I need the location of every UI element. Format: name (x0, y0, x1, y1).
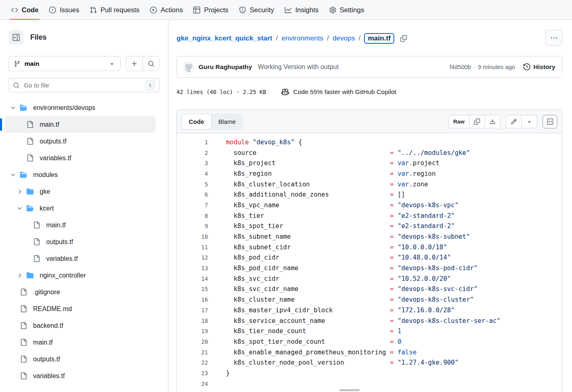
edit-dropdown-button[interactable] (521, 115, 537, 128)
files-sidebar: Files main Go to file t environm (0, 20, 168, 392)
line-number[interactable]: 9 (177, 223, 208, 229)
line-number[interactable]: 17 (177, 307, 208, 314)
code-token: "10.48.0.0/14" (398, 254, 451, 261)
line-number[interactable]: 6 (177, 191, 208, 198)
file-icon (33, 238, 40, 245)
line-number[interactable]: 5 (177, 181, 208, 188)
line-number[interactable]: 23 (177, 370, 208, 376)
line-number[interactable]: 16 (177, 296, 208, 303)
copilot-banner[interactable]: Code 55% faster with GitHub Copilot (282, 88, 396, 96)
nav-item-settings[interactable]: Settings (324, 0, 370, 20)
line-content: k8s_cluster_location = var.zone (226, 181, 428, 188)
code-line: 7 k8s_vpc_name = "devops-k8s-vpc" (177, 200, 562, 211)
tab-blame[interactable]: Blame (212, 114, 243, 130)
code-token: "172.16.0.0/28" (398, 307, 455, 314)
breadcrumb-current-file[interactable]: main.tf (364, 33, 394, 44)
tab-code[interactable]: Code (181, 114, 212, 130)
commit-sha[interactable]: f4d500b (449, 64, 471, 70)
line-number[interactable]: 3 (177, 160, 208, 166)
nav-item-pull-requests[interactable]: Pull requests (85, 0, 145, 20)
breadcrumb-link-environments[interactable]: environments (282, 34, 323, 43)
tree-item-outputs-tf[interactable]: outputs.tf (5, 133, 156, 150)
nav-item-insights[interactable]: Insights (279, 0, 324, 20)
line-number[interactable]: 2 (177, 150, 208, 156)
nav-item-issues[interactable]: Issues (44, 0, 85, 20)
tree-item-kcert[interactable]: kcert (5, 200, 156, 217)
tree-item-readme-md[interactable]: README.md (5, 300, 156, 317)
history-link[interactable]: History (523, 63, 555, 71)
avatar[interactable] (183, 62, 194, 72)
breadcrumb-repo-link[interactable]: gke_nginx_kcert_quick_start (177, 34, 272, 43)
collapse-sidebar-button[interactable] (9, 30, 23, 45)
line-number[interactable]: 19 (177, 328, 208, 334)
line-number[interactable]: 8 (177, 213, 208, 219)
line-number[interactable]: 15 (177, 286, 208, 292)
nav-item-security[interactable]: Security (234, 0, 279, 20)
nav-item-actions[interactable]: Actions (145, 0, 188, 20)
add-file-button[interactable] (126, 56, 143, 71)
line-number[interactable]: 18 (177, 318, 208, 324)
line-number[interactable]: 13 (177, 265, 208, 271)
branch-selector[interactable]: main (9, 56, 121, 71)
go-to-file-input[interactable]: Go to file t (9, 78, 159, 92)
tree-item--gitignore[interactable]: .gitignore (5, 284, 156, 300)
tree-item-backend-tf[interactable]: backend.tf (5, 317, 156, 334)
line-number[interactable]: 21 (177, 349, 208, 356)
code-line: 4 k8s_region = var.region (177, 168, 562, 179)
code-token: = (390, 275, 398, 282)
code-token: k8s_svc_cidr_name (226, 285, 390, 293)
more-options-button[interactable] (545, 30, 562, 46)
tree-item-main-tf[interactable]: main.tf (5, 334, 156, 351)
edit-button[interactable] (506, 115, 521, 128)
line-number[interactable]: 11 (177, 244, 208, 251)
search-this-repo-button[interactable] (143, 56, 159, 71)
code-token: 0 (398, 338, 401, 345)
tree-item-outputs-tf[interactable]: outputs.tf (5, 351, 156, 367)
tree-item-variables-tf[interactable]: variables.tf (5, 150, 156, 166)
code-token: . (409, 181, 413, 188)
file-icon (20, 339, 27, 346)
line-number[interactable]: 10 (177, 233, 208, 240)
tree-item-outputs-tf[interactable]: outputs.tf (5, 233, 156, 250)
line-content: k8s_pod_cidr_name = "devops-k8s-pod-cidr… (226, 264, 478, 272)
line-number[interactable]: 20 (177, 338, 208, 345)
tree-item-environments-devops[interactable]: environments/devops (5, 99, 156, 116)
tree-item-main-tf[interactable]: main.tf (5, 116, 156, 133)
raw-button[interactable]: Raw (449, 115, 469, 128)
copy-path-button[interactable] (399, 34, 409, 43)
code-line: 21 k8s_enable_managed_prometheus_monitor… (177, 347, 562, 358)
tree-item-main-tf[interactable]: main.tf (5, 217, 156, 233)
line-content: k8s_cluster_node_pool_version = "1.27.4-… (226, 359, 458, 366)
breadcrumb-link-devops[interactable]: devops (333, 34, 355, 43)
line-number[interactable]: 4 (177, 170, 208, 177)
horizontal-scrollbar[interactable] (339, 389, 360, 391)
code-token: k8s_cluster_location (226, 181, 390, 188)
code-token: "devops-k8s-cluster" (398, 296, 474, 303)
tree-item-nginx-controller[interactable]: nginx_controller (5, 267, 156, 284)
download-button[interactable] (485, 115, 500, 128)
line-number[interactable]: 24 (177, 381, 208, 387)
chevron-down-icon (10, 105, 16, 111)
code-token: k8s_subnet_name (226, 233, 390, 240)
commit-author[interactable]: Guru Raghupathy (199, 63, 252, 71)
nav-item-code[interactable]: Code (6, 0, 44, 20)
line-number[interactable]: 1 (177, 139, 208, 146)
code-token: "10.52.0.0/20" (398, 275, 451, 282)
tree-item-variables-tf[interactable]: variables.tf (5, 367, 156, 384)
edit-group (506, 115, 537, 128)
code-token: "devops-k8s-pod-cidr" (398, 264, 478, 272)
copy-file-button[interactable] (469, 115, 485, 128)
tree-item-gke[interactable]: gke (5, 183, 156, 200)
nav-item-projects[interactable]: Projects (188, 0, 234, 20)
tree-item-variables-tf[interactable]: variables.tf (5, 250, 156, 267)
line-number[interactable]: 7 (177, 202, 208, 208)
line-content: k8s_subnet_cidr = "10.0.0.0/18" (226, 244, 447, 251)
line-number[interactable]: 12 (177, 254, 208, 261)
line-number[interactable]: 22 (177, 359, 208, 366)
symbols-panel-button[interactable] (543, 115, 557, 128)
line-number[interactable]: 14 (177, 276, 208, 282)
chevron-right-icon (16, 188, 23, 195)
tree-item-modules[interactable]: modules (5, 166, 156, 183)
pencil-icon (511, 119, 517, 125)
commit-message[interactable]: Working Version with output (258, 63, 339, 71)
